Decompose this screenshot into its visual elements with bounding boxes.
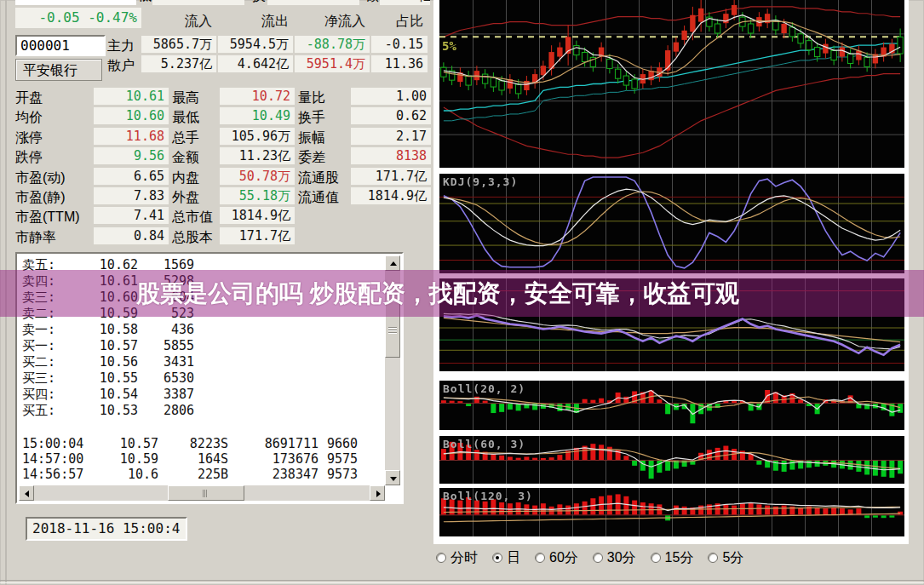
bid-price: 10.56 [78, 354, 138, 370]
period-option-15分[interactable]: 15分 [651, 549, 694, 567]
scroll-up-button[interactable] [385, 255, 400, 271]
quote-value: 8138 [351, 147, 431, 164]
main-ratio: -0.15 [371, 36, 428, 53]
flow-header-net: 净流入 [295, 13, 370, 30]
period-option-60分[interactable]: 60分 [535, 549, 578, 567]
period-option-label: 分时 [451, 549, 478, 567]
scroll-down-button[interactable] [385, 470, 400, 485]
quote-table: 开盘10.61最高10.72量比1.00均价10.60最低10.49换手0.62… [0, 88, 433, 249]
ask-label: 卖一: [22, 322, 72, 338]
status-bar-divider [0, 580, 924, 583]
radio-icon[interactable] [651, 553, 661, 563]
radio-icon[interactable] [593, 553, 603, 563]
ad-banner-overlay[interactable]: 股票是公司的吗 炒股配资，找配资，安全可靠，收益可观 [0, 270, 924, 317]
quote-label: 总手 [172, 129, 199, 147]
orderbook-hscrollbar[interactable] [19, 485, 385, 501]
quote-label: 换手 [298, 108, 325, 127]
bid-qty: 6530 [138, 370, 194, 387]
bid-qty: 2806 [138, 403, 194, 419]
boll60-indicator-label: Boll(60, 3) [443, 438, 525, 450]
bid-price: 10.54 [78, 387, 138, 403]
ask-qty: 436 [138, 322, 194, 338]
bid-row[interactable]: 买二:10.563431 [19, 354, 385, 370]
bid-row[interactable]: 买四:10.543387 [19, 387, 385, 403]
main-force-label: 主力 [107, 37, 135, 55]
ad-banner-text: 股票是公司的吗 炒股配资，找配资，安全可靠，收益可观 [136, 270, 739, 317]
trade-row[interactable]: 14:56:5710.6225B2383479573 [19, 467, 385, 483]
boll60-chart-panel: Boll(60, 3) [439, 436, 904, 484]
stock-terminal-window: 低 10.49 换 0.62 额 11.23亿 -0.05 -0.47% 流入 … [0, 0, 924, 585]
bid-label: 买一: [22, 338, 72, 354]
quote-value: 50.78万 [220, 168, 295, 185]
percent-reference-label: 5% [442, 39, 456, 53]
quote-label: 量比 [298, 89, 325, 107]
hscroll-thumb[interactable] [168, 485, 244, 501]
low-value: 10.49 [152, 0, 244, 5]
retail-netflow: 5951.4万 [295, 55, 370, 72]
quote-value: 7.83 [94, 187, 169, 204]
turnover-value: 0.62 [267, 0, 359, 5]
period-option-label: 30分 [607, 549, 636, 567]
right-arrow-icon [376, 490, 381, 497]
quote-value: 10.49 [220, 107, 295, 124]
bid-label: 买二: [22, 354, 72, 370]
quote-label: 最高 [172, 89, 199, 107]
bid-row[interactable]: 买五:10.532806 [19, 403, 385, 419]
period-selector: 分时日60分30分15分5分 [436, 549, 743, 566]
ask-row[interactable]: 卖一:10.58436 [19, 322, 385, 338]
quote-value: 55.18万 [220, 187, 295, 204]
quote-value: 10.60 [94, 107, 169, 124]
retail-label: 散户 [107, 56, 135, 75]
quote-value: 7.41 [94, 207, 169, 224]
flow-header-ratio: 占比 [371, 13, 428, 30]
quote-value: 11.68 [94, 128, 169, 145]
thumb-grip-icon [204, 490, 205, 497]
quote-label: 总股本 [172, 228, 213, 247]
main-outflow: 5954.5万 [218, 36, 293, 53]
period-option-日[interactable]: 日 [492, 549, 520, 567]
trade-amount: 173676 [240, 451, 319, 467]
scroll-left-button[interactable] [19, 485, 34, 501]
down-arrow-icon [390, 477, 397, 481]
trade-time: 14:56:57 [22, 467, 82, 483]
kline-chart-panel: 5% [439, 0, 904, 168]
bid-row[interactable]: 买三:10.556530 [19, 370, 385, 387]
trade-row[interactable]: 15:00:0410.578223S86917119660 [19, 436, 385, 452]
main-inflow: 5865.7万 [141, 36, 216, 53]
price-change-field: -0.05 -0.47% [15, 8, 141, 28]
period-option-label: 5分 [722, 549, 743, 567]
kline-chart-canvas[interactable] [439, 0, 904, 168]
trade-row[interactable]: 14:57:0010.59164S1736769575 [19, 451, 385, 467]
flow-header-out: 流出 [218, 13, 293, 30]
low-label: 低 [138, 0, 152, 5]
radio-icon[interactable] [708, 553, 718, 563]
quote-label: 流通股 [298, 169, 339, 187]
radio-icon[interactable] [535, 553, 545, 563]
bid-label: 买五: [22, 403, 72, 419]
trade-seq: 9573 [327, 467, 358, 483]
trade-price: 10.59 [104, 451, 158, 467]
radio-checked-icon[interactable] [492, 553, 502, 563]
period-option-5分[interactable]: 5分 [708, 549, 743, 567]
quote-value: 1.00 [351, 88, 431, 105]
period-option-label: 日 [507, 549, 520, 567]
period-option-label: 60分 [549, 549, 578, 567]
quote-value: 11.23亿 [220, 147, 295, 164]
boll120-indicator-label: Boll(120, 3) [443, 490, 533, 502]
bid-price: 10.53 [78, 403, 138, 419]
ask-price: 10.58 [78, 322, 138, 338]
period-option-分时[interactable]: 分时 [436, 549, 478, 567]
stock-code-input[interactable] [15, 35, 106, 56]
thumb-grip-icon [388, 330, 397, 330]
flow-header-in: 流入 [141, 13, 216, 30]
radio-icon[interactable] [436, 553, 446, 563]
period-option-30分[interactable]: 30分 [593, 549, 636, 567]
main-netflow: -88.78万 [295, 36, 370, 53]
kdj-chart-canvas[interactable] [439, 174, 904, 273]
stock-name: 平安银行 [15, 59, 102, 81]
quote-label: 市盈(TTM) [15, 208, 80, 227]
scroll-right-button[interactable] [370, 485, 385, 501]
bid-row[interactable]: 买一:10.575855 [19, 338, 385, 354]
period-option-label: 15分 [665, 549, 694, 567]
thumb-grip-icon [388, 327, 397, 328]
